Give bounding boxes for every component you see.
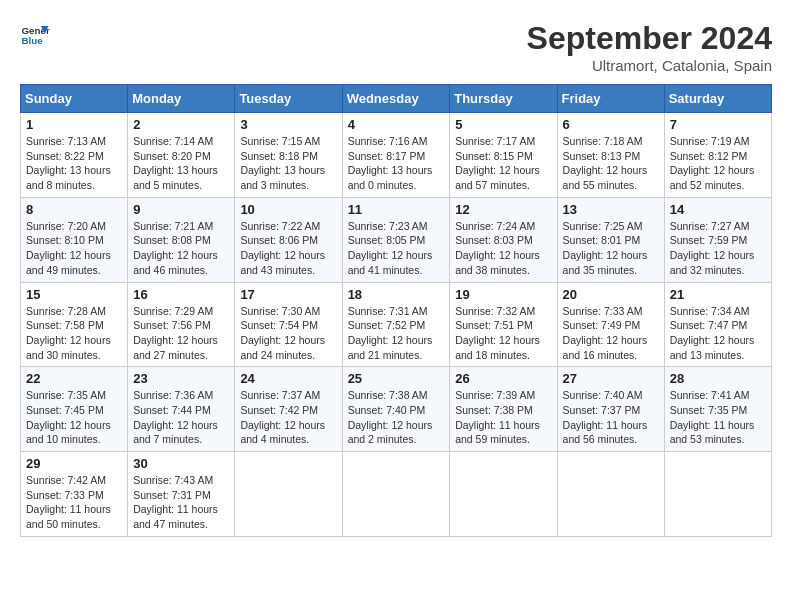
day-number: 5 xyxy=(455,117,551,132)
calendar-day-cell: 28 Sunrise: 7:41 AM Sunset: 7:35 PM Dayl… xyxy=(664,367,771,452)
weekday-header-row: SundayMondayTuesdayWednesdayThursdayFrid… xyxy=(21,85,772,113)
weekday-header-cell: Saturday xyxy=(664,85,771,113)
sunrise-label: Sunrise: 7:39 AM xyxy=(455,389,535,401)
day-info: Sunrise: 7:17 AM Sunset: 8:15 PM Dayligh… xyxy=(455,134,551,193)
sunrise-label: Sunrise: 7:20 AM xyxy=(26,220,106,232)
day-info: Sunrise: 7:32 AM Sunset: 7:51 PM Dayligh… xyxy=(455,304,551,363)
daylight-label: Daylight: 12 hours and 46 minutes. xyxy=(133,249,218,276)
sunset-label: Sunset: 7:38 PM xyxy=(455,404,533,416)
daylight-label: Daylight: 12 hours and 16 minutes. xyxy=(563,334,648,361)
sunset-label: Sunset: 8:08 PM xyxy=(133,234,211,246)
calendar-day-cell: 11 Sunrise: 7:23 AM Sunset: 8:05 PM Dayl… xyxy=(342,197,450,282)
sunset-label: Sunset: 7:47 PM xyxy=(670,319,748,331)
day-info: Sunrise: 7:14 AM Sunset: 8:20 PM Dayligh… xyxy=(133,134,229,193)
calendar-day-cell: 14 Sunrise: 7:27 AM Sunset: 7:59 PM Dayl… xyxy=(664,197,771,282)
sunrise-label: Sunrise: 7:14 AM xyxy=(133,135,213,147)
day-info: Sunrise: 7:29 AM Sunset: 7:56 PM Dayligh… xyxy=(133,304,229,363)
calendar-day-cell: 22 Sunrise: 7:35 AM Sunset: 7:45 PM Dayl… xyxy=(21,367,128,452)
daylight-label: Daylight: 12 hours and 30 minutes. xyxy=(26,334,111,361)
sunset-label: Sunset: 7:37 PM xyxy=(563,404,641,416)
weekday-header-cell: Tuesday xyxy=(235,85,342,113)
day-number: 15 xyxy=(26,287,122,302)
month-year-title: September 2024 xyxy=(527,20,772,57)
day-number: 13 xyxy=(563,202,659,217)
sunrise-label: Sunrise: 7:35 AM xyxy=(26,389,106,401)
day-number: 25 xyxy=(348,371,445,386)
calendar-day-cell xyxy=(450,452,557,537)
day-number: 20 xyxy=(563,287,659,302)
sunset-label: Sunset: 7:52 PM xyxy=(348,319,426,331)
calendar-day-cell: 15 Sunrise: 7:28 AM Sunset: 7:58 PM Dayl… xyxy=(21,282,128,367)
sunset-label: Sunset: 7:49 PM xyxy=(563,319,641,331)
daylight-label: Daylight: 12 hours and 13 minutes. xyxy=(670,334,755,361)
calendar-day-cell xyxy=(557,452,664,537)
calendar-day-cell: 13 Sunrise: 7:25 AM Sunset: 8:01 PM Dayl… xyxy=(557,197,664,282)
sunrise-label: Sunrise: 7:41 AM xyxy=(670,389,750,401)
sunrise-label: Sunrise: 7:18 AM xyxy=(563,135,643,147)
day-info: Sunrise: 7:39 AM Sunset: 7:38 PM Dayligh… xyxy=(455,388,551,447)
calendar-day-cell xyxy=(664,452,771,537)
day-number: 3 xyxy=(240,117,336,132)
day-info: Sunrise: 7:15 AM Sunset: 8:18 PM Dayligh… xyxy=(240,134,336,193)
day-info: Sunrise: 7:36 AM Sunset: 7:44 PM Dayligh… xyxy=(133,388,229,447)
calendar-day-cell: 2 Sunrise: 7:14 AM Sunset: 8:20 PM Dayli… xyxy=(128,113,235,198)
calendar-day-cell: 6 Sunrise: 7:18 AM Sunset: 8:13 PM Dayli… xyxy=(557,113,664,198)
sunset-label: Sunset: 7:44 PM xyxy=(133,404,211,416)
calendar-day-cell: 9 Sunrise: 7:21 AM Sunset: 8:08 PM Dayli… xyxy=(128,197,235,282)
day-number: 11 xyxy=(348,202,445,217)
daylight-label: Daylight: 13 hours and 0 minutes. xyxy=(348,164,433,191)
sunset-label: Sunset: 8:01 PM xyxy=(563,234,641,246)
sunset-label: Sunset: 8:17 PM xyxy=(348,150,426,162)
sunset-label: Sunset: 8:05 PM xyxy=(348,234,426,246)
calendar-day-cell: 20 Sunrise: 7:33 AM Sunset: 7:49 PM Dayl… xyxy=(557,282,664,367)
sunset-label: Sunset: 7:59 PM xyxy=(670,234,748,246)
weekday-header-cell: Sunday xyxy=(21,85,128,113)
calendar-day-cell: 5 Sunrise: 7:17 AM Sunset: 8:15 PM Dayli… xyxy=(450,113,557,198)
sunrise-label: Sunrise: 7:33 AM xyxy=(563,305,643,317)
day-info: Sunrise: 7:27 AM Sunset: 7:59 PM Dayligh… xyxy=(670,219,766,278)
day-number: 23 xyxy=(133,371,229,386)
day-info: Sunrise: 7:33 AM Sunset: 7:49 PM Dayligh… xyxy=(563,304,659,363)
calendar-week-row: 22 Sunrise: 7:35 AM Sunset: 7:45 PM Dayl… xyxy=(21,367,772,452)
location-subtitle: Ultramort, Catalonia, Spain xyxy=(527,57,772,74)
day-info: Sunrise: 7:38 AM Sunset: 7:40 PM Dayligh… xyxy=(348,388,445,447)
calendar-day-cell: 7 Sunrise: 7:19 AM Sunset: 8:12 PM Dayli… xyxy=(664,113,771,198)
day-number: 18 xyxy=(348,287,445,302)
day-info: Sunrise: 7:20 AM Sunset: 8:10 PM Dayligh… xyxy=(26,219,122,278)
day-number: 4 xyxy=(348,117,445,132)
daylight-label: Daylight: 11 hours and 50 minutes. xyxy=(26,503,111,530)
day-number: 19 xyxy=(455,287,551,302)
sunset-label: Sunset: 7:54 PM xyxy=(240,319,318,331)
day-number: 9 xyxy=(133,202,229,217)
svg-text:Blue: Blue xyxy=(22,35,44,46)
day-number: 22 xyxy=(26,371,122,386)
daylight-label: Daylight: 13 hours and 5 minutes. xyxy=(133,164,218,191)
sunrise-label: Sunrise: 7:30 AM xyxy=(240,305,320,317)
calendar-day-cell: 1 Sunrise: 7:13 AM Sunset: 8:22 PM Dayli… xyxy=(21,113,128,198)
calendar-week-row: 29 Sunrise: 7:42 AM Sunset: 7:33 PM Dayl… xyxy=(21,452,772,537)
calendar-day-cell xyxy=(235,452,342,537)
weekday-header-cell: Thursday xyxy=(450,85,557,113)
sunset-label: Sunset: 8:15 PM xyxy=(455,150,533,162)
day-number: 27 xyxy=(563,371,659,386)
sunset-label: Sunset: 7:33 PM xyxy=(26,489,104,501)
day-number: 21 xyxy=(670,287,766,302)
daylight-label: Daylight: 12 hours and 41 minutes. xyxy=(348,249,433,276)
day-info: Sunrise: 7:30 AM Sunset: 7:54 PM Dayligh… xyxy=(240,304,336,363)
daylight-label: Daylight: 12 hours and 35 minutes. xyxy=(563,249,648,276)
sunrise-label: Sunrise: 7:36 AM xyxy=(133,389,213,401)
daylight-label: Daylight: 12 hours and 43 minutes. xyxy=(240,249,325,276)
sunset-label: Sunset: 7:35 PM xyxy=(670,404,748,416)
calendar-day-cell: 4 Sunrise: 7:16 AM Sunset: 8:17 PM Dayli… xyxy=(342,113,450,198)
day-info: Sunrise: 7:13 AM Sunset: 8:22 PM Dayligh… xyxy=(26,134,122,193)
sunrise-label: Sunrise: 7:19 AM xyxy=(670,135,750,147)
daylight-label: Daylight: 12 hours and 18 minutes. xyxy=(455,334,540,361)
day-info: Sunrise: 7:31 AM Sunset: 7:52 PM Dayligh… xyxy=(348,304,445,363)
day-info: Sunrise: 7:43 AM Sunset: 7:31 PM Dayligh… xyxy=(133,473,229,532)
sunset-label: Sunset: 7:42 PM xyxy=(240,404,318,416)
daylight-label: Daylight: 12 hours and 57 minutes. xyxy=(455,164,540,191)
day-info: Sunrise: 7:28 AM Sunset: 7:58 PM Dayligh… xyxy=(26,304,122,363)
daylight-label: Daylight: 12 hours and 55 minutes. xyxy=(563,164,648,191)
calendar-day-cell: 27 Sunrise: 7:40 AM Sunset: 7:37 PM Dayl… xyxy=(557,367,664,452)
sunrise-label: Sunrise: 7:32 AM xyxy=(455,305,535,317)
